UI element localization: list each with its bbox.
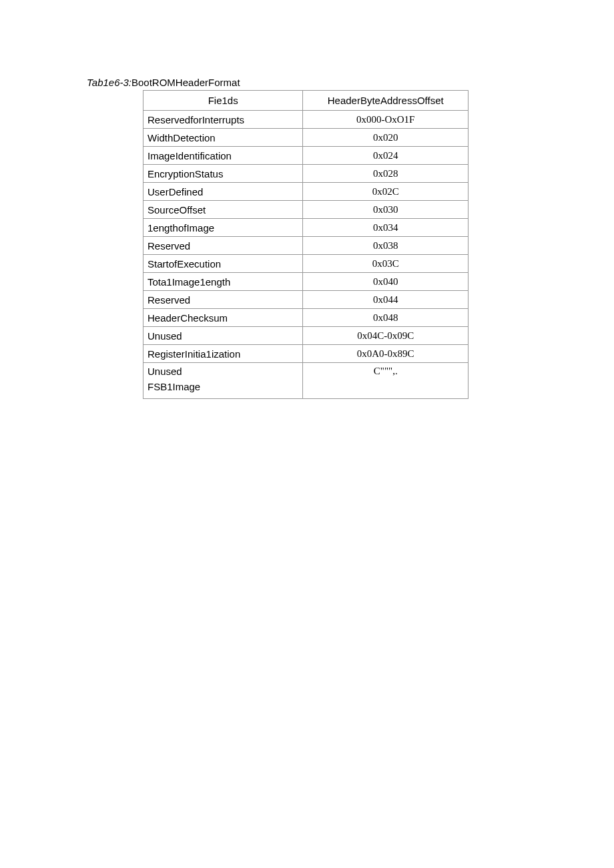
table-row: SourceOffset 0x030 xyxy=(143,201,469,219)
table-row: Tota1Image1ength 0x040 xyxy=(143,273,469,291)
cell-offset: 0x0A0-0x89C xyxy=(303,345,469,363)
cell-offset: 0x03C xyxy=(303,255,469,273)
table-row: Reserved 0x044 xyxy=(143,291,469,309)
cell-offset: 0x024 xyxy=(303,147,469,165)
cell-field: Unused xyxy=(143,327,303,345)
table-row: HeaderChecksum 0x048 xyxy=(143,309,469,327)
table-row: UserDefined 0x02C xyxy=(143,183,469,201)
cell-field: 1engthofImage xyxy=(143,219,303,237)
cell-field: UserDefined xyxy=(143,183,303,201)
table-body: ReservedforInterrupts 0x000-OxO1F WidthD… xyxy=(143,111,469,399)
table-header-row: Fie1ds HeaderByteAddressOffset xyxy=(143,91,469,111)
table-caption: Tab1e6-3:BootROMHeaderFormat xyxy=(87,77,614,88)
cell-field: Tota1Image1ength xyxy=(143,273,303,291)
cell-offset: 0x04C-0x09C xyxy=(303,327,469,345)
table-row: ReservedforInterrupts 0x000-OxO1F xyxy=(143,111,469,129)
cell-field: Reserved xyxy=(143,291,303,309)
caption-label: Tab1e6-3: xyxy=(87,77,131,88)
cell-offset: 0x038 xyxy=(303,237,469,255)
boot-rom-header-table: Fie1ds HeaderByteAddressOffset Reservedf… xyxy=(143,90,469,399)
cell-field: Unused FSB1Image xyxy=(143,363,303,399)
header-fields: Fie1ds xyxy=(143,91,303,111)
cell-offset: 0x040 xyxy=(303,273,469,291)
cell-field: Reserved xyxy=(143,237,303,255)
table-row: RegisterInitia1ization 0x0A0-0x89C xyxy=(143,345,469,363)
cell-offset: 0x030 xyxy=(303,201,469,219)
cell-offset: 0x000-OxO1F xyxy=(303,111,469,129)
cell-field: HeaderChecksum xyxy=(143,309,303,327)
cell-field: WidthDetection xyxy=(143,129,303,147)
table-row: Unused 0x04C-0x09C xyxy=(143,327,469,345)
table-row: StartofExecution 0x03C xyxy=(143,255,469,273)
table-row: 1engthofImage 0x034 xyxy=(143,219,469,237)
cell-offset: 0x028 xyxy=(303,165,469,183)
cell-field: RegisterInitia1ization xyxy=(143,345,303,363)
cell-field: EncryptionStatus xyxy=(143,165,303,183)
cell-field: ReservedforInterrupts xyxy=(143,111,303,129)
cell-offset: 0x044 xyxy=(303,291,469,309)
cell-offset: 0x048 xyxy=(303,309,469,327)
cell-field: ImageIdentification xyxy=(143,147,303,165)
table-wrapper: Fie1ds HeaderByteAddressOffset Reservedf… xyxy=(143,90,614,399)
header-offset: HeaderByteAddressOffset xyxy=(303,91,469,111)
table-row: Reserved 0x038 xyxy=(143,237,469,255)
cell-field: StartofExecution xyxy=(143,255,303,273)
table-row: Unused FSB1Image C""",. xyxy=(143,363,469,399)
cell-offset: 0x02C xyxy=(303,183,469,201)
table-row: ImageIdentification 0x024 xyxy=(143,147,469,165)
caption-title: BootROMHeaderFormat xyxy=(131,77,240,88)
cell-offset: 0x020 xyxy=(303,129,469,147)
table-row: WidthDetection 0x020 xyxy=(143,129,469,147)
cell-field-line1: Unused xyxy=(147,366,298,377)
cell-offset: 0x034 xyxy=(303,219,469,237)
cell-field: SourceOffset xyxy=(143,201,303,219)
table-row: EncryptionStatus 0x028 xyxy=(143,165,469,183)
cell-offset: C""",. xyxy=(303,363,469,399)
cell-field-line2: FSB1Image xyxy=(147,381,298,392)
